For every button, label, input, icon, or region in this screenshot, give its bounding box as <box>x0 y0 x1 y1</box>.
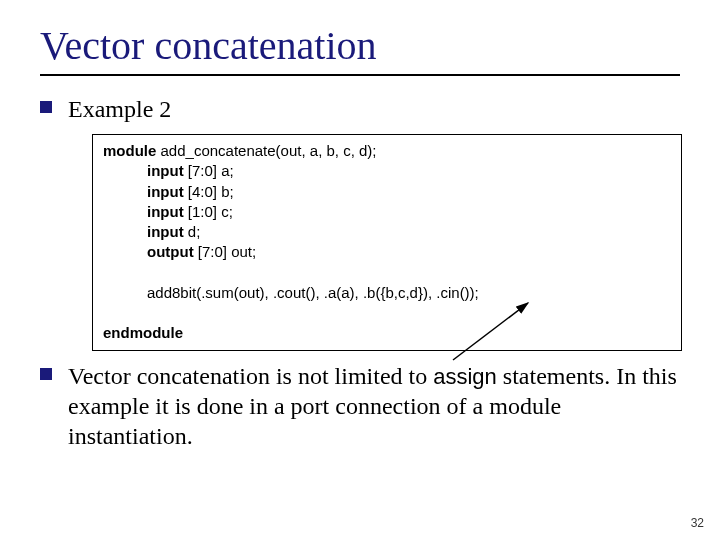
code-blank-2 <box>103 303 671 323</box>
decl-c: [1:0] c; <box>184 203 233 220</box>
code-box: module add_concatenate(out, a, b, c, d);… <box>92 134 682 351</box>
bullet-example: Example 2 <box>40 94 680 124</box>
code-line-endmodule: endmodule <box>103 323 671 343</box>
kw-output: output <box>147 243 194 260</box>
kw-endmodule: endmodule <box>103 324 183 341</box>
kw-input-c: input <box>147 203 184 220</box>
bullet-list-2: Vector concatenation is not limited to a… <box>40 361 680 451</box>
bullet-explanation: Vector concatenation is not limited to a… <box>40 361 680 451</box>
code-inline-assign: assign <box>433 364 497 389</box>
kw-input-a: input <box>147 162 184 179</box>
title-underline <box>40 74 680 76</box>
code-line-input-a: input [7:0] a; <box>103 161 671 181</box>
code-line-input-c: input [1:0] c; <box>103 202 671 222</box>
kw-input-d: input <box>147 223 184 240</box>
slide-title: Vector concatenation <box>40 24 680 68</box>
kw-input-b: input <box>147 183 184 200</box>
slide: Vector concatenation Example 2 module ad… <box>0 0 720 540</box>
bullet-list: Example 2 <box>40 94 680 124</box>
code-line-output: output [7:0] out; <box>103 242 671 262</box>
mod-decl: add_concatenate(out, a, b, c, d); <box>156 142 376 159</box>
code-line-module: module add_concatenate(out, a, b, c, d); <box>103 141 671 161</box>
inst-line: add8bit(.sum(out), .cout(), .a(a), .b({b… <box>103 283 479 303</box>
decl-d: d; <box>184 223 201 240</box>
decl-a: [7:0] a; <box>184 162 234 179</box>
decl-b: [4:0] b; <box>184 183 234 200</box>
explain-1: Vector concatenation is not limited to <box>68 363 433 389</box>
decl-out: [7:0] out; <box>194 243 257 260</box>
kw-module: module <box>103 142 156 159</box>
code-blank-1 <box>103 263 671 283</box>
page-number: 32 <box>691 516 704 530</box>
code-line-instantiation: add8bit(.sum(out), .cout(), .a(a), .b({b… <box>103 283 671 303</box>
code-line-input-d: input d; <box>103 222 671 242</box>
code-line-input-b: input [4:0] b; <box>103 182 671 202</box>
